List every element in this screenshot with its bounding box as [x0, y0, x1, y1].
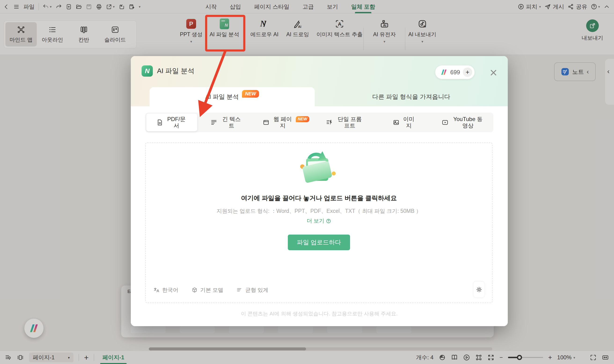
- ai-disclaimer: 이 콘텐츠는 AI에 의해 생성되었습니다. 참고용으로만 사용해 주세요.: [131, 310, 508, 317]
- tab-import-other-formats[interactable]: 다른 파일 형식을 가져옵니다: [315, 87, 508, 106]
- dropzone-headline: 여기에 파일을 끌어다 놓거나 업로드 버튼을 클릭하세요: [146, 194, 492, 202]
- upload-file-button[interactable]: 파일 업로드하다: [288, 234, 350, 250]
- video-icon: [442, 119, 448, 126]
- long-text-icon: [210, 119, 217, 126]
- generation-options: 한국어 기본 모델 균형 있게: [153, 286, 268, 294]
- document-icon: [156, 119, 163, 126]
- edrawmind-logo: N: [141, 65, 153, 77]
- add-credits-button[interactable]: +: [463, 67, 472, 77]
- style-option[interactable]: 균형 있게: [236, 286, 268, 294]
- source-type-tabs: PDF/문서 긴 텍스트 웹 페이지 NEW 단일 프롬프트 이미지: [145, 113, 493, 132]
- file-dropzone[interactable]: 여기에 파일을 끌어다 놓거나 업로드 버튼을 클릭하세요 지원되는 업로드 형…: [145, 143, 493, 303]
- dialog-header: N AI 파일 분석 699 + AI 파일 분석 NEW 다른 파일 형식을 …: [131, 56, 508, 106]
- tab-ai-file-analysis[interactable]: AI 파일 분석 NEW: [150, 87, 315, 106]
- subtab-pdf-document[interactable]: PDF/문서: [146, 114, 197, 131]
- dialog-title: AI 파일 분석: [157, 66, 195, 76]
- upload-folder-illustration: [297, 150, 341, 184]
- question-circle-icon: [326, 219, 331, 224]
- language-option[interactable]: 한국어: [153, 286, 178, 294]
- credits-count: 699: [450, 69, 460, 76]
- subtab-single-prompt[interactable]: 단일 프롬프트: [315, 114, 375, 131]
- close-icon[interactable]: [489, 69, 498, 77]
- dropzone-formats: 지원되는 업로드 형식: ：Word、PPT、PDF、Excel、TXT（ 최대…: [146, 208, 492, 215]
- dialog-tabs: AI 파일 분석 NEW 다른 파일 형식을 가져옵니다: [131, 87, 508, 106]
- dialog-body: PDF/문서 긴 텍스트 웹 페이지 NEW 단일 프롬프트 이미지: [131, 106, 508, 326]
- subtab-image[interactable]: 이미지: [375, 114, 434, 131]
- new-badge: NEW: [242, 90, 259, 98]
- see-more-link[interactable]: 더 보기: [146, 217, 492, 224]
- model-option[interactable]: 기본 모델: [191, 286, 223, 294]
- app-window: 파일 ▾ ▾ ▾ 시작 삽입 페이지 스타일 고급 보기 일: [0, 0, 614, 364]
- new-badge: NEW: [296, 116, 309, 122]
- gear-icon: [476, 286, 482, 293]
- prompt-icon: [326, 119, 333, 126]
- image-icon: [393, 119, 400, 126]
- subtab-long-text[interactable]: 긴 텍스트: [197, 114, 256, 131]
- balance-lines-icon: [236, 287, 243, 293]
- ai-token-icon: [440, 69, 447, 76]
- cube-icon: [191, 287, 198, 293]
- settings-button[interactable]: [473, 281, 485, 298]
- subtab-web-page[interactable]: 웹 페이지 NEW: [256, 114, 316, 131]
- web-page-icon: [263, 119, 270, 126]
- ai-file-analysis-dialog: N AI 파일 분석 699 + AI 파일 분석 NEW 다른 파일 형식을 …: [131, 56, 508, 326]
- translate-icon: [153, 287, 160, 293]
- subtab-youtube-video[interactable]: YouTube 동영상: [433, 114, 493, 131]
- ai-credits-pill[interactable]: 699 +: [435, 65, 474, 79]
